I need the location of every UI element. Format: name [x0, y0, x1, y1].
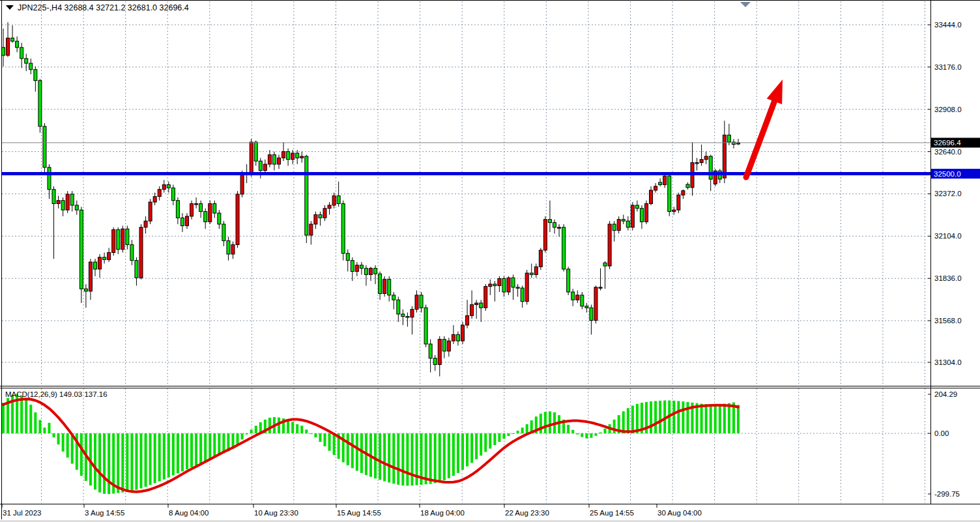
trend-arrow[interactable]	[746, 80, 783, 177]
candle	[737, 139, 740, 145]
candle	[66, 191, 69, 213]
candle	[34, 66, 37, 92]
macd-bar	[723, 403, 726, 433]
macd-bar	[493, 433, 496, 445]
macd-bar	[62, 433, 65, 452]
macd-bar	[439, 433, 441, 482]
candle	[108, 248, 111, 262]
macd-bar	[195, 433, 197, 465]
candle	[493, 281, 497, 301]
macd-bar	[167, 433, 170, 478]
macd-bar	[650, 401, 652, 433]
candle	[268, 150, 271, 167]
macd-bar	[659, 401, 661, 433]
macd-bar	[278, 418, 280, 433]
candle	[442, 336, 446, 358]
candle	[433, 355, 437, 371]
candle	[272, 152, 276, 171]
macd-bar	[686, 402, 689, 433]
candle	[89, 259, 92, 300]
macd-bar	[627, 408, 629, 433]
macd-bar	[613, 420, 616, 433]
macd-bar	[388, 433, 390, 482]
macd-bar	[571, 430, 574, 433]
candle	[447, 338, 450, 356]
candle	[475, 300, 478, 319]
time-axis-label: 10 Aug 23:30	[254, 509, 298, 517]
candle	[452, 325, 455, 344]
macd-bar	[213, 433, 216, 457]
macd-bar	[66, 433, 69, 457]
time-axis-label: 15 Aug 14:55	[337, 509, 381, 517]
macd-bar	[324, 433, 326, 446]
candle	[640, 205, 643, 229]
title-ohlc-text: JPN225-,H4 32688.4 32721.2 32681.0 32696…	[18, 3, 189, 12]
candle	[700, 145, 703, 166]
candle	[162, 180, 166, 192]
candle	[112, 227, 115, 256]
candle	[732, 139, 735, 149]
macd-bar	[457, 433, 459, 473]
scroll-marker-icon[interactable]	[740, 2, 751, 7]
macd-bar	[94, 433, 96, 489]
candle	[20, 43, 23, 68]
candle	[319, 212, 322, 226]
macd-bar	[508, 433, 510, 436]
macd-bar	[209, 433, 211, 459]
macd-bar	[425, 433, 427, 484]
macd-axis-label: 204.29	[934, 390, 957, 398]
candle	[328, 202, 331, 214]
candle	[11, 25, 14, 43]
candle	[305, 154, 308, 243]
candle	[562, 224, 566, 272]
macd-bar	[567, 425, 569, 433]
macd-bar	[126, 433, 128, 492]
macd-bar	[470, 433, 473, 463]
macd-bar	[186, 433, 188, 469]
candle	[576, 291, 579, 303]
macd-bar	[540, 414, 542, 433]
candle	[617, 216, 620, 234]
time-axis-label: 30 Aug 04:00	[657, 509, 702, 517]
macd-bar	[654, 401, 657, 433]
support-line-32500[interactable]	[2, 172, 930, 175]
macd-bar	[705, 404, 708, 433]
macd-bar	[108, 433, 110, 494]
macd-bar	[48, 423, 51, 433]
candle	[16, 36, 19, 52]
macd-bar	[599, 433, 602, 433]
candle	[204, 209, 207, 229]
chart-canvas[interactable]: 33444.033176.032908.032640.032372.032104…	[0, 0, 980, 522]
candle	[130, 240, 134, 265]
macd-header-text: MACD(12,26,9) 149.03 137.16	[5, 390, 108, 398]
candle	[654, 183, 657, 193]
candle	[94, 259, 97, 276]
macd-bar	[20, 396, 23, 433]
macd-bar	[434, 433, 437, 483]
macd-bar	[29, 405, 32, 433]
candle	[278, 154, 281, 169]
candle	[612, 221, 616, 241]
candle	[70, 191, 74, 211]
candle	[516, 284, 519, 297]
candle	[521, 285, 524, 308]
price-axis-label: 32640.0	[934, 148, 962, 156]
macd-bar	[177, 433, 179, 473]
macd-bar	[406, 433, 409, 486]
candle	[659, 179, 662, 186]
time-axis-label: 8 Aug 04:00	[169, 509, 209, 517]
candle	[355, 262, 358, 276]
macd-bar	[181, 433, 184, 471]
symbol-dropdown-icon	[6, 5, 14, 10]
macd-bar	[287, 420, 289, 433]
candle	[84, 284, 87, 308]
candle	[525, 270, 528, 304]
macd-bar	[714, 404, 717, 433]
macd-bar	[172, 433, 175, 476]
candle	[484, 284, 487, 311]
candle	[466, 300, 469, 328]
candle	[534, 263, 538, 278]
time-axis-label: 22 Aug 23:30	[505, 509, 549, 517]
price-axis-label: 32104.0	[934, 232, 962, 240]
candle	[79, 207, 83, 303]
